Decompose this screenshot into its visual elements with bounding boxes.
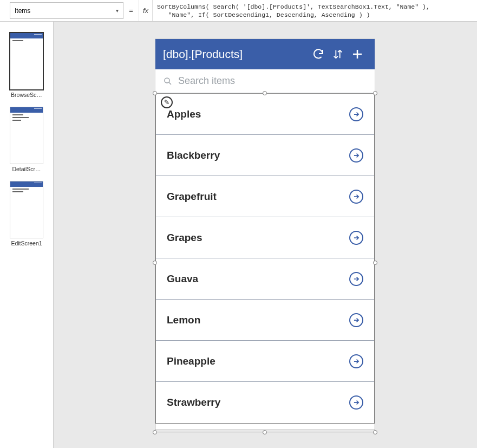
- arrow-right-icon[interactable]: [349, 395, 363, 410]
- sort-icon[interactable]: [328, 44, 348, 64]
- list-item-label: Blackberry: [167, 150, 220, 161]
- screen-thumb-label: DetailScr…: [7, 166, 46, 172]
- arrow-right-icon[interactable]: [349, 190, 363, 204]
- formula-bar: Items ▾ = fx SortByColumns( Search( '[db…: [0, 0, 477, 22]
- arrow-right-icon[interactable]: [349, 231, 363, 245]
- list-item[interactable]: Strawberry: [156, 382, 374, 423]
- arrow-right-icon[interactable]: [349, 354, 363, 368]
- arrow-right-icon[interactable]: [349, 313, 363, 327]
- search-row: [155, 69, 375, 93]
- equals-label: =: [123, 0, 139, 21]
- screens-panel: BrowseSc… DetailScr… EditScreen1: [0, 22, 54, 448]
- list-item[interactable]: Grapes: [156, 217, 374, 258]
- add-icon[interactable]: [348, 44, 367, 64]
- arrow-right-icon[interactable]: [349, 272, 363, 286]
- list-item-label: Apples: [167, 108, 201, 120]
- screen-thumb-label: BrowseSc…: [7, 92, 46, 98]
- list-item[interactable]: Blackberry: [156, 135, 374, 176]
- selection-handle[interactable]: [153, 430, 157, 434]
- fx-label: fx: [139, 0, 153, 21]
- screen-thumb-edit[interactable]: EditScreen1: [0, 181, 53, 246]
- app-title: [dbo].[Products]: [163, 48, 309, 61]
- formula-input[interactable]: SortByColumns( Search( '[dbo].[Products]…: [153, 0, 477, 21]
- selection-handle[interactable]: [373, 261, 377, 265]
- pencil-icon: ✎: [164, 99, 169, 106]
- edit-template-badge[interactable]: ✎: [161, 96, 173, 108]
- list-item[interactable]: Pineapple: [156, 341, 374, 382]
- refresh-icon[interactable]: [309, 44, 328, 64]
- browse-gallery[interactable]: ApplesBlackberryGrapefruitGrapesGuavaLem…: [155, 93, 375, 424]
- list-item[interactable]: Apples: [156, 94, 374, 135]
- list-item[interactable]: Lemon: [156, 300, 374, 341]
- app-header: [dbo].[Products]: [155, 39, 375, 69]
- screen-thumb-detail[interactable]: DetailScr…: [0, 107, 53, 172]
- selection-handle[interactable]: [263, 430, 267, 434]
- list-item-label: Grapes: [167, 232, 202, 244]
- selection-handle[interactable]: [373, 430, 377, 434]
- list-item-label: Strawberry: [167, 397, 220, 408]
- property-dropdown-value: Items: [15, 7, 30, 15]
- search-icon: [163, 76, 173, 86]
- list-item[interactable]: Guava: [156, 258, 374, 300]
- phone-preview: [dbo].[Products]: [155, 39, 375, 429]
- svg-point-0: [165, 78, 169, 83]
- arrow-right-icon[interactable]: [349, 148, 363, 163]
- arrow-right-icon[interactable]: [349, 107, 363, 121]
- list-item-label: Lemon: [167, 314, 200, 326]
- list-item-label: Pineapple: [167, 355, 215, 367]
- list-item-label: Grapefruit: [167, 191, 217, 203]
- selection-handle[interactable]: [153, 261, 157, 265]
- chevron-down-icon: ▾: [116, 8, 119, 14]
- selection-handle[interactable]: [263, 91, 267, 95]
- property-dropdown[interactable]: Items ▾: [10, 2, 123, 19]
- list-item[interactable]: Grapefruit: [156, 176, 374, 217]
- selection-handle[interactable]: [153, 91, 157, 95]
- search-input[interactable]: [178, 75, 367, 87]
- selection-handle[interactable]: [373, 91, 377, 95]
- screen-thumb-label: EditScreen1: [7, 240, 46, 246]
- design-canvas: [dbo].[Products]: [54, 22, 477, 448]
- screen-thumb-browse[interactable]: BrowseSc…: [0, 33, 53, 98]
- list-item-label: Guava: [167, 273, 198, 285]
